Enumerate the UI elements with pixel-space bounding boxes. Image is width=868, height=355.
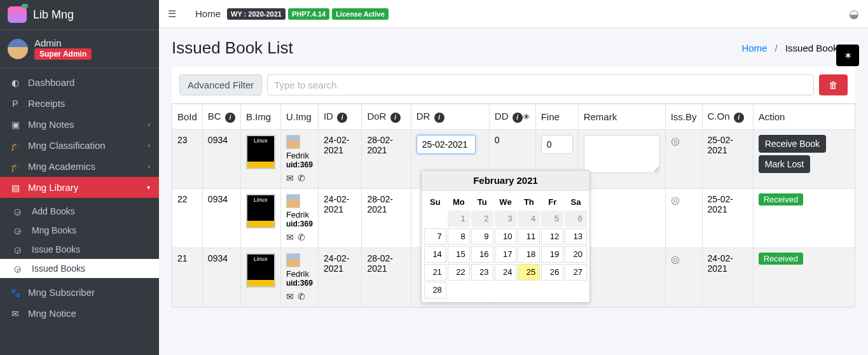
col-bc[interactable]: BC i (202, 104, 240, 130)
advanced-filter-button[interactable]: Advanced Filter (179, 74, 262, 95)
day-cell[interactable]: 1 (448, 211, 470, 227)
col-remark[interactable]: Remark (578, 104, 665, 130)
day-cell[interactable]: 23 (471, 264, 493, 281)
col-action[interactable]: Action (753, 104, 855, 130)
day-cell[interactable]: 26 (541, 264, 563, 281)
day-cell[interactable]: 6 (565, 211, 587, 227)
breadcrumb-home[interactable]: Home (741, 43, 767, 53)
cell-uimg: Fedrikuid:369✉✆ (280, 129, 318, 188)
day-cell[interactable]: 20 (565, 246, 587, 263)
day-cell[interactable]: 19 (541, 246, 563, 263)
info-icon: i (734, 113, 744, 123)
sidebar-item-mng-notes[interactable]: ▣Mng Notes‹ (0, 114, 159, 135)
col-con[interactable]: C.On i (702, 104, 753, 130)
user-panel[interactable]: Admin Super Admin (0, 30, 159, 68)
dow-label: Fr (541, 195, 563, 209)
day-cell[interactable]: 11 (518, 228, 540, 245)
day-cell[interactable]: 18 (518, 246, 540, 263)
day-cell[interactable]: 2 (471, 211, 493, 227)
cell-boid: 23 (172, 129, 203, 188)
day-cell[interactable]: 16 (471, 246, 493, 263)
day-cell[interactable]: 14 (424, 246, 446, 263)
phone-icon[interactable]: ✆ (298, 291, 305, 302)
sidebar-item-receipts[interactable]: PReceipts (0, 93, 159, 114)
col-dd[interactable]: DD i👁 (489, 104, 535, 130)
dow-label: Mo (448, 195, 470, 209)
phone-icon[interactable]: ✆ (298, 173, 305, 183)
day-cell[interactable]: 28 (424, 282, 446, 298)
cell-bc: 0934 (202, 129, 240, 188)
day-cell[interactable]: 21 (424, 264, 446, 281)
day-cell[interactable]: 24 (495, 264, 517, 281)
user-avatar (286, 194, 300, 208)
topbar-collapse-icon[interactable]: ◒ (849, 7, 859, 21)
debug-button[interactable]: ✶ (836, 45, 859, 66)
sidebar-item-mng-subscriber[interactable]: 🐾Mng Subscriber (0, 282, 159, 303)
mail-icon[interactable]: ✉ (286, 173, 294, 183)
breadcrumb-sep: / (775, 43, 778, 53)
cell-id: 24-02-2021 (318, 129, 362, 188)
day-cell[interactable]: 22 (448, 264, 470, 281)
sidebar-item-mng-notice[interactable]: ✉Mng Notice (0, 303, 159, 324)
datepicker-title[interactable]: February 2021 (422, 171, 589, 191)
col-dor[interactable]: DoR i (362, 104, 411, 130)
sidebar-item-dashboard[interactable]: ◐Dashboard (0, 72, 159, 93)
nav-icon: ◐ (9, 78, 22, 88)
topbar-home[interactable]: Home (195, 8, 221, 19)
sidebar-subitem-issue-books[interactable]: ◶Issue Books (0, 240, 159, 259)
cell-bimg: Linux (240, 129, 280, 188)
col-fine[interactable]: Fine (535, 104, 578, 130)
col-label: BC (208, 111, 221, 122)
sidebar-item-mng-classification[interactable]: 🎓Mng Classification‹ (0, 135, 159, 156)
nav-label: Mng Notice (28, 308, 76, 319)
user-role-badge: Super Admin (34, 48, 92, 60)
day-cell[interactable]: 5 (541, 211, 563, 227)
date-return-input[interactable] (417, 135, 476, 154)
day-cell[interactable]: 7 (424, 228, 446, 245)
delete-button[interactable]: 🗑 (819, 74, 848, 95)
book-cover: Linux (246, 194, 275, 228)
day-cell[interactable]: 15 (448, 246, 470, 263)
day-cell[interactable]: 4 (518, 211, 540, 227)
sidebar-subitem-mng-books[interactable]: ◶Mng Books (0, 221, 159, 240)
topbar: ☰ Home WY : 2020-2021 PHP7.4.14 License … (159, 0, 868, 28)
col-dr[interactable]: DR i (411, 104, 489, 130)
search-input[interactable] (267, 74, 814, 95)
book-cover: Linux (246, 253, 275, 288)
day-cell[interactable]: 8 (448, 228, 470, 245)
sidebar-item-mng-academics[interactable]: 🎓Mng Academics‹ (0, 156, 159, 177)
cell-dor: 28-02-2021 (362, 188, 411, 247)
sidebar-item-mng-library[interactable]: ▤Mng Library▾ (0, 177, 159, 198)
menu-toggle-icon[interactable]: ☰ (168, 8, 176, 20)
day-cell[interactable]: 25 (518, 264, 540, 281)
nav-label: Add Books (32, 206, 75, 216)
day-cell[interactable]: 13 (565, 228, 587, 245)
day-cell[interactable]: 12 (541, 228, 563, 245)
nav-icon: 🎓 (9, 162, 22, 172)
sidebar-subitem-add-books[interactable]: ◶Add Books (0, 202, 159, 221)
day-cell[interactable]: 10 (495, 228, 517, 245)
col-issby[interactable]: Iss.By (665, 104, 702, 130)
day-cell[interactable]: 3 (495, 211, 517, 227)
receive-book-button[interactable]: Receive Book (759, 135, 826, 153)
user-name: Fedrik (286, 151, 313, 160)
brand-icon (8, 6, 27, 23)
day-cell[interactable]: 27 (565, 264, 587, 281)
col-boid[interactable]: BoId (172, 104, 203, 130)
mark-lost-button[interactable]: Mark Lost (759, 155, 810, 173)
col-bimg[interactable]: B.Img (240, 104, 280, 130)
nav-label: Mng Notes (28, 119, 74, 130)
mail-icon[interactable]: ✉ (286, 291, 294, 302)
remark-input[interactable] (584, 135, 660, 173)
day-cell[interactable]: 9 (471, 228, 493, 245)
sidebar-subitem-issued-books[interactable]: ◶Issued Books (0, 259, 159, 278)
mail-icon[interactable]: ✉ (286, 232, 294, 242)
col-uimg[interactable]: U.Img (280, 104, 318, 130)
datepicker[interactable]: February 2021 SuMoTuWeThFrSa123456789101… (421, 170, 590, 303)
day-cell[interactable]: 17 (495, 246, 517, 263)
fine-input[interactable] (541, 135, 573, 154)
phone-icon[interactable]: ✆ (298, 232, 305, 242)
col-id[interactable]: ID i (318, 104, 362, 130)
badge-php: PHP7.4.14 (288, 8, 329, 20)
brand[interactable]: Lib Mng (0, 0, 159, 30)
